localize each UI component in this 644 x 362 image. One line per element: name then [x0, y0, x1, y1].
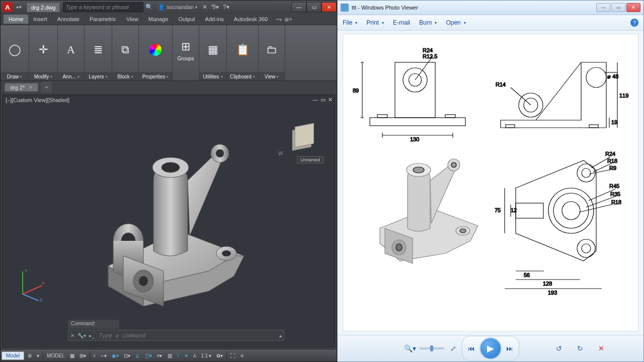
next-button[interactable]: ⏭	[503, 341, 517, 355]
svg-point-57	[577, 164, 595, 182]
wpv-image-canvas[interactable]: R24R12.5 89 130 R14 ⌀ 48 119 19	[343, 34, 638, 332]
add-tab-button[interactable]: +	[41, 82, 51, 92]
vp-close-icon[interactable]: ✕	[328, 97, 333, 103]
lwt-icon[interactable]: ◫▾	[142, 353, 154, 358]
wpv-minimize-button[interactable]: —	[596, 3, 610, 12]
prev-button[interactable]: ⏮	[464, 341, 478, 355]
ortho-icon[interactable]: ⊦	[91, 353, 99, 358]
fit-button[interactable]: ⤢	[446, 341, 460, 355]
user-name-label: socnandan	[167, 4, 194, 10]
login-user[interactable]: 👤socnandan▾	[155, 4, 200, 11]
panel-utilities[interactable]: ▦Utilities	[199, 25, 227, 80]
panel-block[interactable]: ⧉Block	[112, 25, 139, 80]
svg-text:X: X	[42, 281, 45, 286]
cmd-close-icon[interactable]: ✕	[70, 333, 74, 338]
svg-rect-22	[370, 118, 465, 126]
exchange-icon[interactable]: ✕	[200, 4, 209, 11]
svg-text:R35: R35	[610, 191, 620, 197]
panel-draw[interactable]: ◯Draw	[1, 25, 29, 80]
scale-label[interactable]: 1:1▾	[199, 353, 214, 358]
snap-icon[interactable]: ⊞▾	[77, 353, 89, 358]
groups-icon: ⊞	[178, 39, 194, 55]
autocad-logo-icon[interactable]: A	[3, 2, 13, 12]
delete-button[interactable]: ✕	[594, 341, 608, 355]
viewport-label[interactable]: [–][Custom View][Shaded]	[6, 97, 69, 103]
minimize-button[interactable]: —	[291, 2, 306, 12]
search-icon[interactable]: 🔍	[143, 4, 155, 11]
zoom-slider[interactable]	[419, 347, 444, 349]
rotate-ccw-button[interactable]: ↺	[552, 341, 566, 355]
fullscreen-icon[interactable]: ⛶	[228, 353, 238, 358]
model-tab[interactable]: Model	[2, 351, 24, 360]
rotate-cw-button[interactable]: ↻	[573, 341, 587, 355]
iso-icon[interactable]: ◉▾	[109, 353, 121, 358]
viewcube-unnamed-label[interactable]: Unnamed	[297, 156, 324, 163]
slideshow-button[interactable]: ▶	[479, 337, 502, 359]
panel-view[interactable]: 🗀View	[259, 25, 285, 80]
command-input[interactable]	[98, 332, 276, 339]
qat-dropdown-icon[interactable]: ▸▾	[15, 5, 24, 10]
panel-clipboard[interactable]: 📋Clipboard	[227, 25, 259, 80]
panel-view-label: View	[259, 72, 285, 80]
wpv-maximize-button[interactable]: ▭	[611, 3, 625, 12]
ducs-icon[interactable]: ⟟	[175, 352, 182, 358]
ribbon-tab-view[interactable]: View	[121, 15, 143, 24]
circle-icon: ◯	[7, 42, 23, 58]
viewport[interactable]: [–][Custom View][Shaded] —▭✕ W Unnamed	[2, 95, 335, 347]
a360-icon[interactable]: ⅋▾	[209, 4, 221, 11]
vp-minimize-icon[interactable]: —	[312, 97, 318, 103]
nav-group: ⏮ ▶ ⏭	[462, 336, 519, 361]
trans-icon[interactable]: ≡▾	[154, 353, 165, 358]
wpv-help-icon[interactable]: ?	[630, 19, 638, 27]
wpv-menu-file[interactable]: File	[343, 19, 357, 26]
search-input[interactable]: Type a keyword or phrase	[63, 2, 143, 12]
layout-add-icon[interactable]: ⊕	[25, 353, 34, 358]
wpv-close-button[interactable]: ✕	[626, 3, 640, 12]
vp-restore-icon[interactable]: ▭	[320, 97, 326, 103]
close-tab-icon[interactable]: ✕	[29, 84, 33, 90]
filename-tab[interactable]: drg 2.dwg	[27, 3, 60, 12]
svg-text:⌀ 48: ⌀ 48	[607, 73, 618, 79]
panel-groups[interactable]: ⊞Groups.	[173, 25, 199, 80]
ribbon-tab-parametric[interactable]: Parametric	[85, 15, 121, 24]
viewcube[interactable]: W	[284, 115, 325, 155]
ribbon-tab-home[interactable]: Home	[4, 15, 28, 24]
panel-properties[interactable]: Properties	[139, 25, 173, 80]
gizmo-icon[interactable]: ⅄	[191, 353, 199, 358]
wpv-menu-email[interactable]: E-mail	[393, 19, 410, 26]
panel-layers[interactable]: ≣Layers	[85, 25, 112, 80]
command-history: Command:	[68, 320, 119, 329]
svg-text:19: 19	[611, 119, 617, 125]
sc-icon[interactable]: ▥	[165, 353, 175, 358]
otrack-icon[interactable]: ∠	[133, 353, 142, 358]
modelspace-label[interactable]: MODEL	[44, 353, 67, 358]
osnap-icon[interactable]: ⊡▾	[121, 353, 133, 358]
wpv-menu-open[interactable]: Open	[446, 19, 465, 26]
close-button[interactable]: ✕	[321, 2, 337, 12]
wpv-menu-print[interactable]: Print	[366, 19, 384, 26]
cmd-customize-icon[interactable]: 🔧▾	[77, 333, 86, 338]
layout-menu-icon[interactable]: ▾	[34, 353, 42, 358]
polar-icon[interactable]: ⌐▾	[99, 353, 109, 358]
wpv-menu-burn[interactable]: Burn	[419, 19, 437, 26]
zoom-out-button[interactable]: 🔍▾	[403, 341, 417, 355]
svg-point-54	[548, 188, 594, 233]
ribbon-tab-output[interactable]: Output	[174, 15, 200, 24]
help-icon[interactable]: ?▾	[221, 4, 231, 11]
gear-icon[interactable]: ✿▾	[214, 353, 225, 358]
panel-modify[interactable]: ✛Modify	[29, 25, 58, 80]
ribbon-tab-annotate[interactable]: Annotate	[52, 15, 85, 24]
customize-status-icon[interactable]: ≡	[238, 353, 246, 358]
ribbon-tab-a360[interactable]: Autodesk 360	[229, 15, 273, 24]
grid-icon[interactable]: ▦	[67, 353, 77, 358]
ribbon-tab-insert[interactable]: Insert	[28, 15, 52, 24]
cmd-recent-icon[interactable]: ▴	[279, 333, 282, 338]
panel-properties-label: Properties	[139, 72, 172, 80]
maximize-button[interactable]: ▭	[306, 2, 321, 12]
document-tab[interactable]: drg 2*✕	[5, 83, 38, 92]
panel-annotation[interactable]: AAnn...	[58, 25, 85, 80]
dyn-icon[interactable]: ✦	[182, 353, 191, 358]
ribbon-tab-manage[interactable]: Manage	[143, 15, 174, 24]
ribbon-more-icon[interactable]: ••▸ ▣▾	[276, 16, 292, 23]
ribbon-tab-addins[interactable]: Add-ins	[200, 15, 229, 24]
